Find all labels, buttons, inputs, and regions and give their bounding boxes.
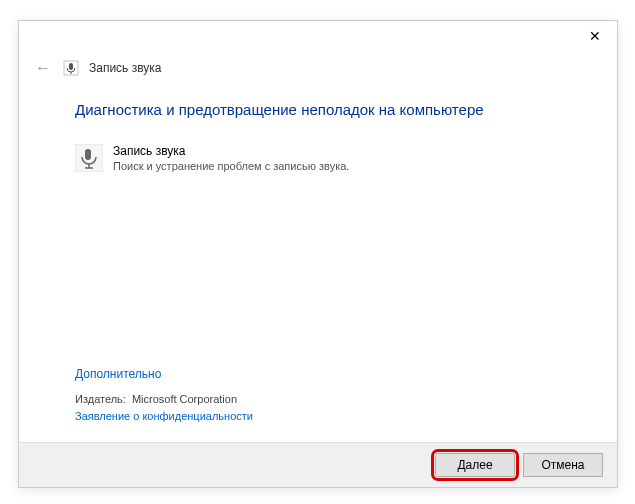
close-icon: ✕ — [589, 28, 601, 44]
privacy-link[interactable]: Заявление о конфиденциальности — [75, 410, 253, 422]
publisher-label: Издатель: — [75, 393, 126, 405]
publisher-value: Microsoft Corporation — [132, 393, 237, 405]
titlebar: ✕ — [19, 21, 617, 51]
microphone-icon — [63, 60, 79, 76]
publisher-row: Издатель: Microsoft Corporation — [75, 393, 577, 405]
page-title: Диагностика и предотвращение неполадок н… — [75, 101, 577, 118]
recording-icon — [75, 144, 103, 172]
item-title: Запись звука — [113, 144, 349, 158]
back-arrow-icon: ← — [33, 59, 53, 77]
content-area: Диагностика и предотвращение неполадок н… — [19, 81, 617, 442]
svg-rect-4 — [85, 149, 91, 160]
item-description: Поиск и устранение проблем с записью зву… — [113, 160, 349, 172]
advanced-link[interactable]: Дополнительно — [75, 367, 161, 381]
troubleshooter-window: ✕ ← Запись звука Диагностика и предотвра… — [18, 20, 618, 488]
svg-rect-1 — [69, 63, 73, 70]
next-button[interactable]: Далее — [435, 453, 515, 477]
close-button[interactable]: ✕ — [573, 21, 617, 51]
wizard-header: ← Запись звука — [19, 51, 617, 81]
cancel-button[interactable]: Отмена — [523, 453, 603, 477]
footer: Далее Отмена — [19, 442, 617, 487]
wizard-title: Запись звука — [89, 61, 162, 75]
bottom-section: Дополнительно Издатель: Microsoft Corpor… — [75, 367, 577, 432]
item-text: Запись звука Поиск и устранение проблем … — [113, 144, 349, 172]
troubleshooter-item: Запись звука Поиск и устранение проблем … — [75, 144, 577, 172]
